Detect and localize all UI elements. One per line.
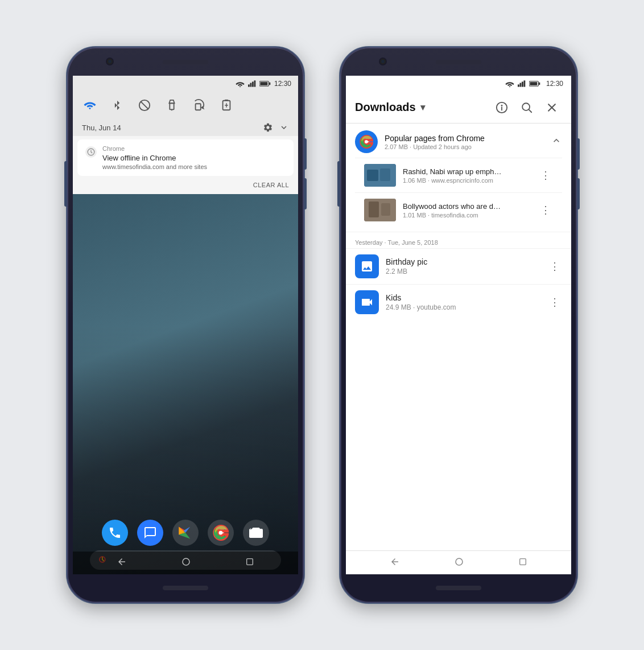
date-section: Yesterday · Tue, June 5, 2018 (346, 232, 571, 248)
article-thumb-1 (364, 164, 396, 187)
svg-rect-10 (269, 83, 270, 85)
svg-rect-15 (196, 104, 201, 110)
article-title-2: Bollywood actors who are d… (403, 202, 531, 211)
speaker-top (163, 60, 208, 64)
phone-1: 12:30 (66, 46, 305, 604)
qs-flashlight-icon[interactable] (164, 97, 180, 113)
status-time-2: 12:30 (546, 80, 563, 88)
file-icon-video (355, 290, 379, 314)
article-item-1[interactable]: Rashid, Nabi wrap up emph… 1.06 MB · www… (355, 158, 562, 192)
svg-rect-39 (369, 201, 379, 217)
svg-point-18 (183, 558, 189, 565)
svg-rect-26 (539, 83, 540, 85)
phone1-screen: 12:30 (73, 76, 298, 574)
file-item-kids[interactable]: Kids 24.9 MB · youtube.com ⋮ (346, 284, 571, 320)
svg-rect-5 (250, 83, 251, 87)
svg-rect-25 (530, 82, 537, 85)
phone2-screen: 12:30 Downloads ▾ (346, 76, 571, 574)
article-more-button-1[interactable]: ⋮ (538, 167, 553, 184)
notif-app-name: Chrome (102, 145, 286, 152)
qs-battery-save-icon[interactable] (218, 97, 234, 113)
close-button[interactable] (542, 97, 562, 118)
play-app-icon[interactable] (172, 520, 199, 546)
svg-rect-4 (248, 84, 250, 87)
settings-icon[interactable] (263, 122, 273, 133)
qs-dnd-icon[interactable] (137, 97, 152, 113)
recents-button[interactable] (245, 557, 254, 569)
search-button[interactable] (517, 97, 537, 118)
file-name-kids: Kids (386, 293, 540, 302)
title-dropdown-arrow[interactable]: ▾ (420, 102, 425, 113)
chrome-notification-card[interactable]: Chrome View offline in Chrome www.timeso… (77, 139, 294, 176)
messages-app-icon[interactable] (137, 520, 163, 546)
article-meta-2: 1.01 MB · timesofindia.com (403, 212, 531, 219)
back-button-2[interactable] (390, 557, 400, 569)
date-label: Thu, Jun 14 (82, 124, 121, 132)
home-button[interactable] (181, 557, 191, 569)
app-row (102, 520, 269, 546)
chrome-offline-section: Popular pages from Chrome 2.07 MB · Upda… (346, 124, 571, 232)
chrome-section-header: Popular pages from Chrome 2.07 MB · Upda… (355, 130, 562, 153)
chrome-logo (355, 130, 378, 153)
downloads-toolbar: Downloads ▾ (346, 92, 571, 124)
qs-rotate-icon[interactable] (191, 97, 207, 113)
volume-up-button-2[interactable] (577, 138, 580, 170)
svg-rect-22 (522, 82, 523, 87)
file-name-birthday: Birthday pic (386, 257, 540, 266)
chrome-section-title: Popular pages from Chrome (385, 134, 485, 143)
article-more-button-2[interactable]: ⋮ (538, 201, 553, 219)
svg-rect-37 (380, 168, 390, 181)
qs-bluetooth-icon[interactable] (109, 97, 125, 113)
expand-icon[interactable] (279, 122, 289, 133)
speaker-top-2 (436, 60, 481, 64)
phone-2: 12:30 Downloads ▾ (339, 46, 578, 604)
navigation-bar (73, 552, 298, 574)
power-button[interactable] (64, 161, 67, 207)
svg-rect-23 (523, 80, 525, 87)
notif-body: www.timesofindia.com and more sites (102, 163, 286, 170)
camera-app-icon[interactable] (243, 520, 269, 546)
back-button[interactable] (117, 557, 127, 569)
svg-rect-20 (518, 84, 519, 87)
file-item-birthday[interactable]: Birthday pic 2.2 MB ⋮ (346, 248, 571, 284)
info-button[interactable] (492, 97, 512, 118)
article-info-1: Rashid, Nabi wrap up emph… 1.06 MB · www… (403, 167, 531, 184)
article-meta-1: 1.06 MB · www.espncricinfo.com (403, 177, 531, 184)
wallpaper: 12:30 (73, 76, 298, 574)
article-info-2: Bollywood actors who are d… 1.01 MB · ti… (403, 202, 531, 219)
power-button-2[interactable] (337, 161, 340, 207)
navigation-bar-2 (346, 550, 571, 574)
volume-down-button-2[interactable] (577, 178, 580, 209)
status-bar-2: 12:30 (346, 76, 571, 92)
file-more-button-1[interactable]: ⋮ (547, 258, 562, 275)
chrome-section-info: Popular pages from Chrome 2.07 MB · Upda… (385, 134, 485, 150)
svg-point-41 (456, 558, 463, 565)
phone-app-icon[interactable] (102, 520, 128, 546)
file-icon-image (355, 254, 379, 278)
chrome-app-icon[interactable] (208, 520, 234, 546)
recents-button-2[interactable] (518, 557, 527, 569)
qs-wifi-icon[interactable] (82, 97, 98, 113)
article-item-2[interactable]: Bollywood actors who are d… 1.01 MB · ti… (355, 192, 562, 227)
article-thumb-2 (364, 199, 396, 221)
volume-up-button[interactable] (304, 138, 307, 170)
home-button-2[interactable] (454, 557, 464, 569)
svg-rect-19 (246, 559, 253, 565)
quick-settings-row (73, 92, 298, 119)
clear-all-button[interactable]: CLEAR ALL (73, 179, 298, 190)
article-title-1: Rashid, Nabi wrap up emph… (403, 167, 531, 176)
svg-rect-9 (260, 82, 267, 85)
file-info-kids: Kids 24.9 MB · youtube.com (386, 293, 540, 311)
downloads-title-text: Downloads (355, 101, 416, 114)
file-size-kids: 24.9 MB · youtube.com (386, 303, 540, 311)
collapse-section-button[interactable] (551, 135, 562, 149)
battery-icon (259, 80, 271, 87)
notif-title: View offline in Chrome (102, 154, 286, 162)
signal-icon-2 (518, 80, 526, 87)
volume-down-button[interactable] (304, 178, 307, 209)
speaker-bottom (163, 586, 208, 590)
battery-icon-2 (529, 80, 540, 87)
downloads-title: Downloads ▾ (355, 101, 487, 114)
file-more-button-2[interactable]: ⋮ (547, 294, 562, 311)
chrome-section-subtitle: 2.07 MB · Updated 2 hours ago (385, 143, 485, 150)
